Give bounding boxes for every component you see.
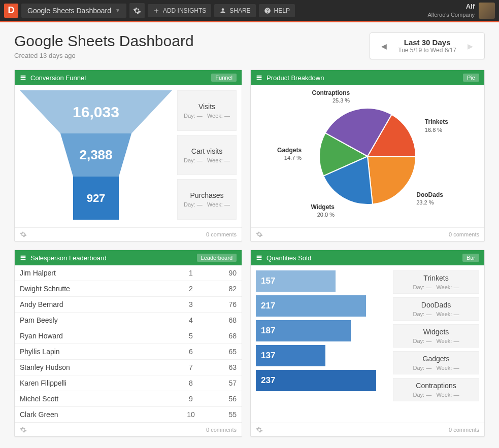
metric-title: Cart visits (182, 147, 232, 155)
lb-score: 76 (206, 297, 242, 313)
bar-fill: 237 (256, 370, 376, 391)
card-product-breakdown: Product Breakdown Pie Trinkets16.8 %DooD… (250, 70, 485, 242)
gear-icon[interactable] (20, 426, 27, 433)
add-insights-button[interactable]: ADD INSIGHTS (148, 4, 211, 17)
metric-title: Trinkets (397, 274, 475, 282)
lb-name: Michel Scott (15, 391, 176, 407)
card-header: Salesperson Leaderboard Leaderboard (15, 250, 242, 265)
gear-icon[interactable] (256, 231, 263, 238)
table-icon (20, 75, 26, 81)
card-title: Quantities Sold (267, 254, 311, 262)
pie-label: DooDads23.2 % (416, 191, 462, 207)
topbar: D Google Sheets Dashboard ▼ ADD INSIGHTS… (0, 0, 499, 22)
pie-label: Widgets20.0 % (289, 203, 335, 219)
lb-score: 65 (206, 344, 242, 360)
bar-metric-box: TrinketsDay: — Week: — (393, 270, 479, 294)
bar-fill: 187 (256, 320, 351, 341)
bar-metric-box: WidgetsDay: — Week: — (393, 324, 479, 348)
card-title: Product Breakdown (267, 74, 324, 82)
funnel-segment: 16,033 (20, 90, 172, 133)
metric-sub: Day: — Week: — (397, 284, 475, 290)
comments-count[interactable]: 0 comments (206, 427, 237, 433)
dashboard-name: Google Sheets Dashboard (27, 7, 111, 15)
funnel-metric-box: VisitsDay: — Week: — (177, 90, 237, 131)
bar-chart: 157217187137237 (256, 270, 388, 401)
help-icon (264, 7, 271, 14)
page-created: Created 13 days ago (14, 52, 194, 59)
user-menu[interactable]: Alf Alferoo's Company (427, 3, 495, 19)
metric-title: Visits (182, 102, 232, 111)
table-icon (256, 75, 262, 81)
gear-icon[interactable] (20, 231, 27, 238)
metric-title: DooDads (397, 301, 475, 309)
help-button[interactable]: HELP (259, 4, 295, 17)
plus-icon (153, 7, 160, 14)
pie-label: Trinkets16.8 % (425, 118, 471, 134)
table-icon (256, 255, 262, 261)
share-button[interactable]: SHARE (214, 4, 255, 17)
share-label: SHARE (229, 7, 250, 14)
bar-fill: 157 (256, 270, 336, 292)
lb-score: 68 (206, 313, 242, 328)
lb-score: 56 (206, 391, 242, 407)
table-row: Michel Scott956 (15, 391, 242, 407)
comments-count[interactable]: 0 comments (206, 231, 237, 237)
lb-rank: 8 (176, 375, 206, 391)
date-prev-icon[interactable]: ◀ (379, 40, 389, 52)
card-title: Salesperson Leaderboard (30, 254, 107, 262)
metric-sub: Day: — Week: — (397, 311, 475, 317)
lb-name: Andy Bernard (15, 297, 176, 313)
metric-sub: Day: — Week: — (182, 157, 232, 163)
funnel-metric-box: Cart visitsDay: — Week: — (177, 135, 237, 176)
gear-icon[interactable] (256, 426, 263, 433)
metric-title: Widgets (397, 328, 475, 336)
lb-name: Stanley Hudson (15, 360, 176, 375)
card-type-badge: Leaderboard (197, 254, 237, 262)
table-row: Dwight Schrutte282 (15, 281, 242, 297)
funnel-segment: 2,388 (60, 133, 131, 177)
settings-button[interactable] (129, 3, 145, 18)
date-next-icon[interactable]: ▶ (465, 40, 475, 52)
metric-sub: Day: — Week: — (182, 113, 232, 119)
metric-sub: Day: — Week: — (397, 365, 475, 371)
comments-count[interactable]: 0 comments (449, 427, 479, 433)
pie-chart: Trinkets16.8 %DooDads23.2 %Widgets20.0 %… (256, 90, 479, 222)
dashboard-selector[interactable]: Google Sheets Dashboard ▼ (21, 4, 126, 18)
metric-sub: Day: — Week: — (182, 201, 232, 208)
avatar (479, 3, 495, 19)
card-type-badge: Bar (462, 254, 479, 262)
date-range-text: Tue 5/19 to Wed 6/17 (398, 47, 456, 54)
pie-slice (368, 156, 416, 204)
card-conversion-funnel: Conversion Funnel Funnel 16,0332,388927 … (14, 70, 242, 242)
lb-name: Dwight Schrutte (15, 281, 176, 297)
lb-rank: 3 (176, 297, 206, 313)
lb-name: Pam Beesly (15, 313, 176, 328)
card-quantities-sold: Quantities Sold Bar 157217187137237 Trin… (250, 250, 485, 437)
share-icon (219, 7, 226, 14)
table-row: Jim Halpert190 (15, 265, 242, 281)
table-row: Andy Bernard376 (15, 297, 242, 313)
date-range-picker[interactable]: ◀ Last 30 Days Tue 5/19 to Wed 6/17 ▶ (370, 32, 485, 59)
lb-name: Karen Filippelli (15, 375, 176, 391)
lb-score: 82 (206, 281, 242, 297)
card-salesperson-leaderboard: Salesperson Leaderboard Leaderboard Jim … (14, 250, 242, 437)
lb-score: 90 (206, 265, 242, 281)
chevron-down-icon: ▼ (115, 8, 120, 13)
page-title: Google Sheets Dashboard (14, 32, 194, 50)
bar-row: 157 (256, 270, 388, 292)
lb-name: Ryan Howard (15, 328, 176, 344)
metric-title: Contraptions (397, 382, 475, 390)
lb-rank: 1 (176, 265, 206, 281)
bar-fill: 137 (256, 345, 325, 366)
table-row: Phyllis Lapin665 (15, 344, 242, 360)
logo[interactable]: D (4, 4, 18, 18)
lb-score: 63 (206, 360, 242, 375)
pie-label: Gadgets14.7 % (256, 147, 302, 162)
lb-rank: 5 (176, 328, 206, 344)
gear-icon (133, 7, 141, 15)
metric-sub: Day: — Week: — (397, 338, 475, 344)
table-icon (20, 255, 26, 261)
card-header: Quantities Sold Bar (251, 250, 484, 265)
comments-count[interactable]: 0 comments (449, 231, 479, 237)
date-range-title: Last 30 Days (398, 38, 456, 47)
